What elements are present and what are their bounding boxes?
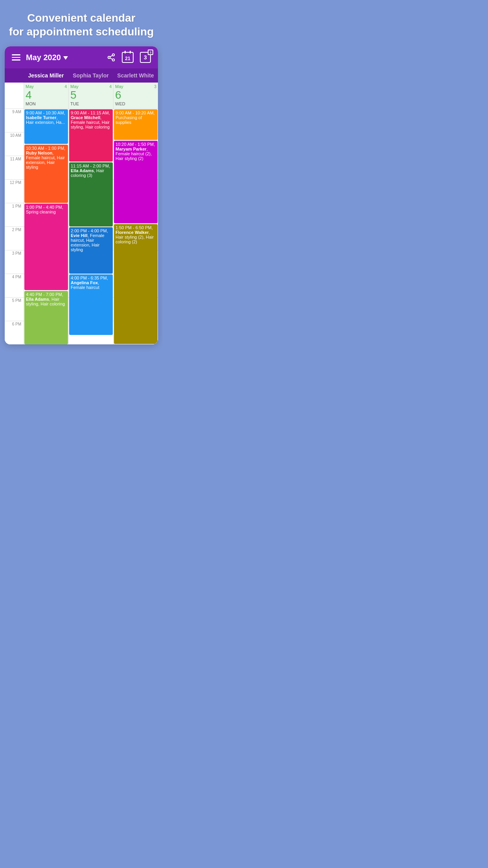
- chevron-down-icon: [63, 56, 68, 60]
- staff-jessica[interactable]: Jessica Miller: [24, 68, 68, 83]
- day-col-tue: 9:00 AM - 11:15 AM, Grace Mitchell, Fema…: [68, 108, 113, 344]
- appt-maryam-parker[interactable]: 10:20 AM - 1:50 PM, Maryam Parker, Femal…: [114, 141, 158, 223]
- appt-isabelle-turner[interactable]: 9:00 AM - 10:30 AM, Isabelle Turner, Hai…: [24, 109, 68, 144]
- appt-ella-adams-tue[interactable]: 11:15 AM - 2:00 PM, Ella Adams, Hair col…: [69, 162, 113, 226]
- layers-icon[interactable]: 3 3: [140, 52, 151, 63]
- calendar-date-icon[interactable]: 21: [122, 52, 134, 63]
- svg-line-4: [110, 55, 112, 57]
- day-headers: May 4 4 MON May 4 5 TUE May 3 6: [5, 83, 158, 108]
- day-header-mon: May 4 4 MON: [24, 83, 68, 108]
- share-icon[interactable]: [107, 53, 116, 62]
- day-header-wed: May 3 6 WED: [113, 83, 158, 108]
- appt-angelina-fox[interactable]: 4:00 PM - 6:35 PM, Angelina Fox, Female …: [69, 274, 113, 335]
- appt-ruby-nelson[interactable]: 10:30 AM - 1:00 PM, Ruby Nelson, Female …: [24, 145, 68, 203]
- day-header-tue: May 4 5 TUE: [68, 83, 113, 108]
- svg-point-2: [112, 59, 115, 61]
- staff-sophia[interactable]: Sophia Taylor: [68, 68, 113, 83]
- month-title-text: May 2020: [26, 53, 61, 62]
- month-selector[interactable]: May 2020: [26, 53, 68, 62]
- appt-spring-cleaning[interactable]: 1:00 PM - 4:40 PM, Spring cleaning: [24, 204, 68, 290]
- staff-scarlett[interactable]: Scarlett White: [113, 68, 158, 83]
- appt-purchasing-supplies[interactable]: 9:00 AM - 10:20 AM, Purchasing of suppli…: [114, 109, 158, 140]
- calendar-grid: May 4 4 MON May 4 5 TUE May 3 6: [5, 83, 158, 344]
- svg-point-0: [112, 54, 115, 56]
- appt-grace-mitchell[interactable]: 9:00 AM - 11:15 AM, Grace Mitchell, Fema…: [69, 109, 113, 162]
- hero-text: Convenient calendar for appointment sche…: [1, 0, 162, 46]
- time-column: 9 AM 10 AM 11 AM 12 PM 1 PM 2 PM 3 PM 4 …: [5, 108, 24, 344]
- day-col-wed: 9:00 AM - 10:20 AM, Purchasing of suppli…: [113, 108, 158, 344]
- calendar-header: May 2020 21 3 3: [5, 46, 158, 68]
- day-col-mon: 9:00 AM - 10:30 AM, Isabelle Turner, Hai…: [24, 108, 68, 344]
- appt-florence-walker[interactable]: 1:50 PM - 6:50 PM, Florence Walker, Hair…: [114, 224, 158, 344]
- appt-evie-hill[interactable]: 2:00 PM - 4:00 PM, Evie Hill, Female hai…: [69, 227, 113, 274]
- appt-ella-adams-mon[interactable]: 4:40 PM - 7:00 PM, Ella Adams, Hair styl…: [24, 291, 68, 344]
- grid-body: 9 AM 10 AM 11 AM 12 PM 1 PM 2 PM 3 PM 4 …: [5, 108, 158, 344]
- day-columns: 9:00 AM - 10:30 AM, Isabelle Turner, Hai…: [24, 108, 158, 344]
- svg-point-1: [108, 56, 110, 59]
- calendar-container: May 2020 21 3 3: [5, 46, 158, 344]
- staff-row: Jessica Miller Sophia Taylor Scarlett Wh…: [5, 68, 158, 83]
- hamburger-menu-icon[interactable]: [12, 54, 20, 61]
- svg-line-3: [110, 58, 112, 59]
